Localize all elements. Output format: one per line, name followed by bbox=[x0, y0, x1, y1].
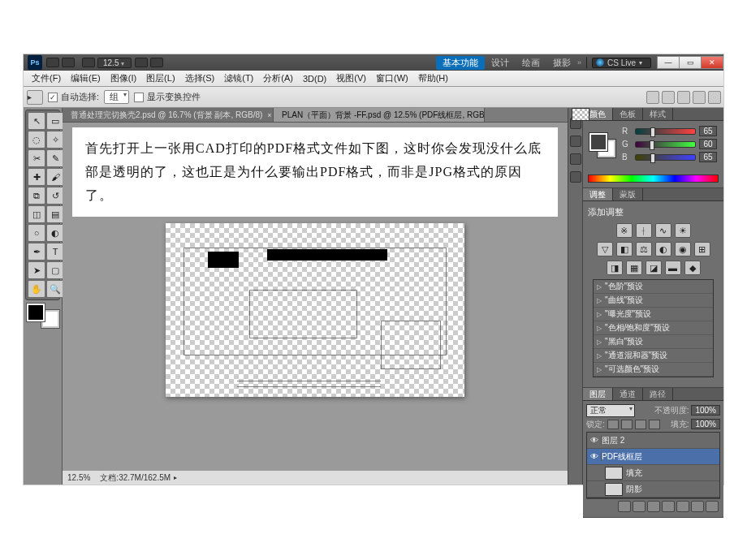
tool-brush[interactable]: 🖌 bbox=[46, 168, 64, 186]
fg-color-swatch[interactable] bbox=[27, 304, 45, 321]
document-tab[interactable]: PLAN（平面）背景 -FF.psd @ 12.5% (PDF线框层, RGB/… bbox=[274, 108, 485, 122]
fill-value[interactable]: 100% bbox=[691, 419, 720, 429]
tool-eraser[interactable]: ◫ bbox=[28, 205, 45, 223]
current-tool-icon[interactable]: ▸ bbox=[27, 90, 43, 105]
new-layer-icon[interactable] bbox=[691, 501, 704, 512]
tool-type[interactable]: T bbox=[46, 243, 64, 261]
blend-mode-dropdown[interactable]: 正常 bbox=[586, 404, 635, 417]
preset-item[interactable]: ▷"通道混和器"预设 bbox=[594, 349, 713, 363]
adj-vibrance-icon[interactable]: ▽ bbox=[597, 242, 613, 256]
workspace-tab-paint[interactable]: 绘画 bbox=[516, 57, 546, 69]
adj-hsl-icon[interactable]: ◧ bbox=[616, 242, 633, 256]
visibility-toggle-icon[interactable]: 👁 bbox=[587, 452, 602, 461]
tab-layers[interactable]: 图层 bbox=[583, 388, 613, 400]
menu-file[interactable]: 文件(F) bbox=[27, 72, 66, 84]
window-minimize-button[interactable]: — bbox=[657, 56, 680, 69]
tool-lasso[interactable]: ◌ bbox=[28, 131, 45, 149]
adj-channelmixer-icon[interactable]: ⊞ bbox=[694, 242, 710, 256]
new-adjustment-icon[interactable] bbox=[662, 501, 675, 512]
menu-filter[interactable]: 滤镜(T) bbox=[219, 72, 258, 84]
dock-icon[interactable] bbox=[570, 171, 581, 183]
dock-icon[interactable] bbox=[570, 136, 581, 147]
tab-swatches[interactable]: 色板 bbox=[613, 108, 643, 120]
window-close-button[interactable]: ✕ bbox=[701, 56, 723, 69]
dock-icon[interactable] bbox=[570, 153, 581, 165]
adj-brightness-icon[interactable]: ※ bbox=[616, 223, 633, 238]
adj-invert-icon[interactable]: ◨ bbox=[607, 261, 623, 275]
layer-row[interactable]: 👁图层 2 bbox=[587, 433, 719, 449]
tool-hand[interactable]: ✋ bbox=[28, 280, 45, 298]
distribute-icon[interactable] bbox=[693, 91, 706, 104]
preset-item[interactable]: ▷"色阶"预设 bbox=[594, 280, 713, 294]
preset-item[interactable]: ▷"曝光度"预设 bbox=[594, 308, 713, 321]
tool-eyedropper[interactable]: ✎ bbox=[46, 149, 64, 167]
tab-masks[interactable]: 蒙版 bbox=[613, 188, 643, 200]
workspace-tab-design[interactable]: 设计 bbox=[485, 57, 516, 69]
menu-select[interactable]: 选择(S) bbox=[180, 72, 220, 84]
adj-selectivecolor-icon[interactable]: ◆ bbox=[684, 261, 701, 275]
canvas-area[interactable]: 首先打开上一张用CAD打印的PDF格式文件如下图，这时你会发现没什么底部是透明的… bbox=[63, 123, 568, 470]
adj-exposure-icon[interactable]: ☀ bbox=[675, 223, 691, 238]
opacity-value[interactable]: 100% bbox=[691, 405, 720, 416]
b-value[interactable]: 65 bbox=[699, 152, 717, 162]
workspace-tab-essentials[interactable]: 基本功能 bbox=[436, 56, 485, 70]
menu-window[interactable]: 窗口(W) bbox=[371, 72, 413, 84]
lock-all-icon[interactable] bbox=[649, 420, 660, 429]
auto-select-target-dropdown[interactable]: 组 bbox=[104, 90, 129, 104]
align-icon[interactable] bbox=[646, 91, 659, 104]
align-icon[interactable] bbox=[662, 91, 675, 104]
tool-path-select[interactable]: ➤ bbox=[28, 261, 45, 279]
tool-healing[interactable]: ✚ bbox=[28, 168, 45, 186]
g-slider[interactable] bbox=[635, 141, 696, 148]
tab-paths[interactable]: 路径 bbox=[643, 388, 673, 400]
g-value[interactable]: 60 bbox=[699, 139, 717, 149]
tool-marquee[interactable]: ▭ bbox=[46, 112, 64, 130]
r-slider[interactable] bbox=[635, 128, 696, 135]
tool-crop[interactable]: ✂ bbox=[28, 149, 45, 167]
cs-live-button[interactable]: CS Live▾ bbox=[592, 58, 651, 68]
adj-photofilter-icon[interactable]: ◉ bbox=[675, 242, 691, 256]
menu-image[interactable]: 图像(I) bbox=[106, 72, 141, 84]
preset-item[interactable]: ▷"可选颜色"预设 bbox=[594, 363, 713, 377]
preset-item[interactable]: ▷"色相/饱和度"预设 bbox=[594, 321, 713, 335]
tool-pen[interactable]: ✒ bbox=[28, 243, 45, 261]
close-icon[interactable]: × bbox=[267, 111, 271, 119]
adj-curves-icon[interactable]: ∿ bbox=[655, 223, 671, 238]
distribute-icon[interactable] bbox=[708, 91, 721, 104]
tab-styles[interactable]: 样式 bbox=[643, 108, 673, 120]
tool-magic-wand[interactable]: ✧ bbox=[46, 131, 64, 149]
show-transform-checkbox[interactable] bbox=[134, 93, 144, 102]
menu-layer[interactable]: 图层(L) bbox=[141, 72, 179, 84]
lock-position-icon[interactable] bbox=[635, 420, 646, 429]
adj-colorbalance-icon[interactable]: ⚖ bbox=[636, 242, 652, 256]
color-spectrum[interactable] bbox=[588, 174, 719, 183]
document-tab[interactable]: 普通处理完切换壳2.psd @ 16.7% (背景 副本, RGB/8)× bbox=[63, 108, 274, 122]
tab-channels[interactable]: 通道 bbox=[613, 388, 643, 400]
tool-dodge[interactable]: ◐ bbox=[46, 224, 64, 242]
tool-gradient[interactable]: ▤ bbox=[46, 205, 64, 223]
layer-row[interactable]: 阴影 bbox=[587, 481, 719, 498]
lock-transparent-icon[interactable] bbox=[607, 420, 619, 429]
tool-shape[interactable]: ▢ bbox=[46, 261, 64, 279]
tool-history-brush[interactable]: ↺ bbox=[46, 187, 64, 205]
tool-zoom[interactable]: 🔍 bbox=[46, 280, 64, 298]
menu-edit[interactable]: 编辑(E) bbox=[66, 72, 106, 84]
view-extras-icon[interactable] bbox=[82, 58, 95, 67]
tool-clone[interactable]: ⧉ bbox=[28, 187, 45, 205]
adj-posterize-icon[interactable]: ▦ bbox=[626, 261, 642, 275]
workspace-tab-photo[interactable]: 摄影 bbox=[546, 57, 577, 69]
panel-fg-bg-swatch[interactable] bbox=[589, 133, 615, 157]
preset-item[interactable]: ▷"黑白"预设 bbox=[594, 335, 713, 349]
menu-analysis[interactable]: 分析(A) bbox=[258, 72, 298, 84]
zoom-level-dropdown[interactable]: 12.5 bbox=[97, 58, 132, 68]
canvas-document[interactable] bbox=[166, 223, 464, 397]
new-group-icon[interactable] bbox=[676, 501, 689, 512]
layer-row[interactable]: 👁PDF线框层 bbox=[587, 449, 719, 465]
trash-icon[interactable] bbox=[706, 501, 719, 512]
align-icon[interactable] bbox=[677, 91, 690, 104]
menu-view[interactable]: 视图(V) bbox=[331, 72, 371, 84]
tool-blur[interactable]: ○ bbox=[28, 224, 45, 242]
mini-bridge-icon[interactable] bbox=[62, 58, 75, 67]
adj-threshold-icon[interactable]: ◪ bbox=[646, 261, 662, 275]
bridge-icon[interactable] bbox=[46, 58, 59, 67]
